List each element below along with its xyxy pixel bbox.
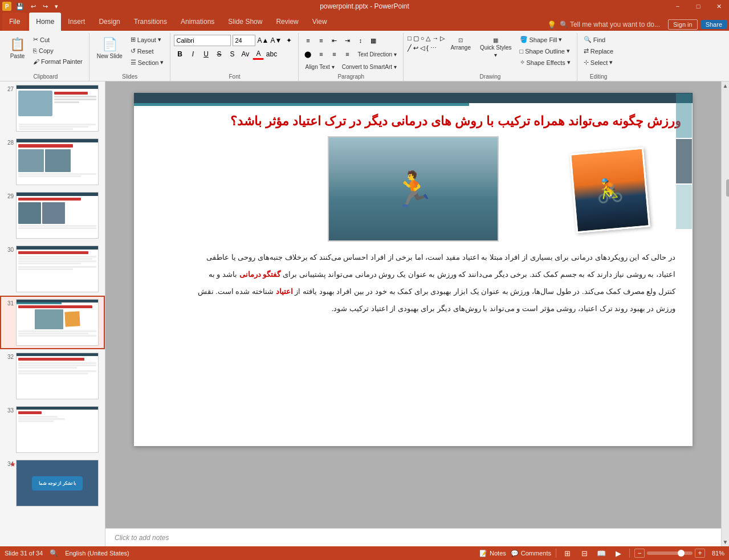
numbering-btn[interactable]: ≡ xyxy=(315,35,327,46)
tab-slideshow[interactable]: Slide Show xyxy=(221,13,269,31)
shape-rect[interactable]: □ xyxy=(407,34,412,43)
strikethrough-btn[interactable]: S xyxy=(213,48,225,60)
tab-design[interactable]: Design xyxy=(92,13,127,31)
slide-item-33[interactable]: 33 xyxy=(0,403,105,456)
sign-in-button[interactable]: Sign in xyxy=(668,19,698,30)
main-slide[interactable]: ورزش چگونه می‌تواند همراه ترکیب با روش ه… xyxy=(134,93,693,446)
notes-btn[interactable]: 📝 Notes xyxy=(479,550,506,557)
zoom-out-btn[interactable]: − xyxy=(634,549,645,558)
arrange-button[interactable]: ⊡ Arrange xyxy=(446,34,475,54)
slide-item-34[interactable]: 34 ★ با تشکر از توجه شما xyxy=(0,456,105,510)
shape-line[interactable]: ╱ xyxy=(407,44,412,52)
justify-btn[interactable]: ≡ xyxy=(341,48,353,60)
editor-scroll-area[interactable]: ورزش چگونه می‌تواند همراه ترکیب با روش ه… xyxy=(105,81,721,528)
right-scrollbar[interactable]: ▲ ▼ xyxy=(721,81,729,546)
minimize-btn[interactable]: − xyxy=(667,0,688,13)
slide-item-32[interactable]: 32 xyxy=(0,349,105,403)
close-btn[interactable]: ✕ xyxy=(708,0,729,13)
font-label: Font xyxy=(174,72,295,81)
increase-font-btn[interactable]: A▲ xyxy=(257,35,268,46)
notes-area[interactable]: Click to add notes xyxy=(105,528,721,546)
align-right-btn[interactable]: ≡ xyxy=(328,48,340,60)
font-name-input[interactable] xyxy=(174,35,231,46)
normal-view-btn[interactable]: ⊞ xyxy=(561,548,573,558)
shape-callout[interactable]: ◁ xyxy=(420,44,425,52)
shape-triangle[interactable]: △ xyxy=(425,34,431,43)
font-size-input[interactable] xyxy=(233,35,255,46)
text-shadow-btn[interactable]: S xyxy=(226,48,238,60)
format-painter-button[interactable]: 🖌 Format Painter xyxy=(30,56,85,67)
font-color-btn[interactable]: A xyxy=(252,48,264,60)
slide-item-29[interactable]: 29 xyxy=(0,189,105,242)
scroll-thumb[interactable] xyxy=(726,179,730,197)
tab-file[interactable]: File xyxy=(2,13,27,31)
shape-oval[interactable]: ○ xyxy=(420,34,425,43)
decrease-indent-btn[interactable]: ⇤ xyxy=(328,35,340,46)
reset-button[interactable]: ↺ Reset xyxy=(128,46,167,56)
slide-panel: 27 xyxy=(0,81,105,546)
zoom-slider-thumb[interactable] xyxy=(678,550,685,557)
clear-format-btn[interactable]: ✦ xyxy=(283,35,295,46)
align-center-btn[interactable]: ≡ xyxy=(315,48,327,60)
zoom-slider[interactable] xyxy=(647,551,693,555)
shape-rounded-rect[interactable]: ▢ xyxy=(413,34,420,43)
tab-view[interactable]: View xyxy=(306,13,334,31)
tab-review[interactable]: Review xyxy=(269,13,305,31)
new-slide-button[interactable]: 📄 New Slide xyxy=(93,34,127,62)
shape-effects-btn[interactable]: ✧ Shape Effects ▾ xyxy=(517,57,573,68)
section-button[interactable]: ☰ Section ▾ xyxy=(128,57,167,68)
quick-undo-btn[interactable]: ↩ xyxy=(28,2,38,11)
shape-fill-btn[interactable]: 🪣 Shape Fill ▾ xyxy=(517,34,573,45)
cut-button[interactable]: ✂ Cut xyxy=(30,34,85,45)
text-direction-btn[interactable]: Text Direction ▾ xyxy=(355,50,400,59)
quick-redo-btn[interactable]: ↪ xyxy=(40,2,50,11)
shape-arrow-btn[interactable]: ▷ xyxy=(439,34,445,43)
increase-indent-btn[interactable]: ⇥ xyxy=(341,35,353,46)
paste-button[interactable]: 📋 Paste xyxy=(6,34,29,62)
underline-btn[interactable]: U xyxy=(200,48,211,60)
layout-button[interactable]: ⊞ Layout ▾ xyxy=(128,34,167,45)
zoom-level[interactable]: 81% xyxy=(707,550,724,557)
tab-home[interactable]: Home xyxy=(29,13,61,31)
bold-btn[interactable]: B xyxy=(174,48,185,60)
tab-animations[interactable]: Animations xyxy=(174,13,221,31)
shape-more[interactable]: ⋯ xyxy=(430,44,437,52)
select-button[interactable]: ⊹ Select ▾ xyxy=(581,57,616,68)
maximize-btn[interactable]: □ xyxy=(688,0,708,13)
align-text-btn[interactable]: Align Text ▾ xyxy=(302,62,337,72)
tab-transitions[interactable]: Transitions xyxy=(127,13,174,31)
comments-btn[interactable]: 💬 Comments xyxy=(511,550,551,557)
quick-styles-button[interactable]: ▦ Quick Styles ▾ xyxy=(476,34,516,61)
copy-button[interactable]: ⎘ Copy xyxy=(30,46,85,56)
find-button[interactable]: 🔍 Find xyxy=(581,34,616,45)
slide-item-27[interactable]: 27 xyxy=(0,81,105,135)
shape-brace[interactable]: { xyxy=(426,44,429,52)
italic-btn[interactable]: I xyxy=(187,48,198,60)
quick-save-btn[interactable]: 💾 xyxy=(14,2,26,11)
bullets-btn[interactable]: ≡ xyxy=(302,35,313,46)
shape-arrow-right[interactable]: → xyxy=(431,34,439,43)
shape-outline-btn[interactable]: □ Shape Outline ▾ xyxy=(517,46,573,56)
char-spacing-btn[interactable]: Av xyxy=(239,48,251,60)
slideshow-btn[interactable]: ▶ xyxy=(612,548,625,558)
scroll-down-btn[interactable]: ▼ xyxy=(722,538,729,546)
zoom-in-btn[interactable]: + xyxy=(695,549,705,558)
convert-smartart-btn[interactable]: Convert to SmartArt ▾ xyxy=(339,62,400,72)
tab-insert[interactable]: Insert xyxy=(61,13,92,31)
slide-item-30[interactable]: 30 xyxy=(0,242,105,296)
slide-item-31[interactable]: 31 xyxy=(0,296,105,349)
scroll-up-btn[interactable]: ▲ xyxy=(722,81,729,90)
quick-customize-btn[interactable]: ▾ xyxy=(52,2,60,11)
col-btn[interactable]: ▦ xyxy=(368,35,379,46)
line-spacing-btn[interactable]: ↕ xyxy=(355,35,366,46)
reading-view-btn[interactable]: 📖 xyxy=(595,548,608,558)
slide-item-28[interactable]: 28 xyxy=(0,135,105,189)
align-left-btn[interactable]: ⬤ xyxy=(302,48,313,60)
decrease-font-btn[interactable]: A▼ xyxy=(270,35,282,46)
share-button[interactable]: Share xyxy=(701,20,727,29)
secondary-image-cycling xyxy=(569,148,650,234)
replace-button[interactable]: ⇄ Replace xyxy=(581,46,616,56)
shape-bend-arrow[interactable]: ↩ xyxy=(413,44,419,52)
slide-sorter-btn[interactable]: ⊟ xyxy=(578,548,590,558)
highlight-btn[interactable]: abc xyxy=(266,48,277,60)
